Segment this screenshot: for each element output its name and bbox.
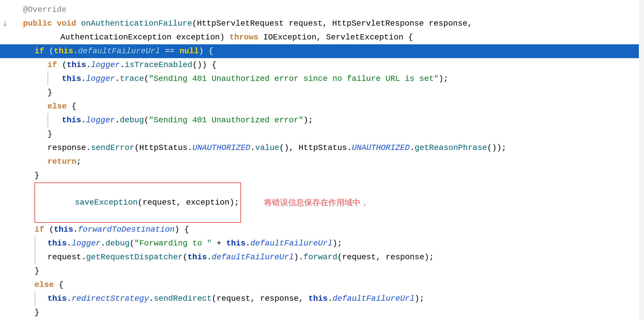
kw-null: null <box>179 45 199 58</box>
line-redirect-call: this.redirectStrategy.sendRedirect(reque… <box>0 292 644 306</box>
plus1: + <box>212 237 226 250</box>
field-dfurl2: defaultFailureUrl <box>250 237 333 250</box>
method-trace: isTraceEnabled <box>125 59 192 72</box>
comma4: , <box>176 198 186 207</box>
open-brace1: { <box>408 31 413 44</box>
type-req: HttpServletRequest <box>197 17 289 30</box>
req-var: request <box>47 251 81 264</box>
kw-this7: this <box>226 237 246 250</box>
p4: ( <box>134 142 139 155</box>
req-arg: request <box>143 198 177 207</box>
method-trace2: trace <box>120 73 144 85</box>
line-return: return; <box>0 155 644 169</box>
comma7: , <box>299 292 308 305</box>
paren: ) <box>220 31 230 44</box>
code-container: @Override ↓ public void onAuthentication… <box>0 0 644 320</box>
line-close2: } <box>0 127 644 141</box>
dot10: . <box>410 142 415 155</box>
dot14: . <box>246 237 250 250</box>
comma1: , <box>323 17 332 30</box>
p7: ) { <box>175 223 189 236</box>
kw-this9: this <box>47 292 67 305</box>
str1: "Sending 401 Unauthorized error since no… <box>149 73 439 85</box>
kw-void: void <box>57 17 81 30</box>
p3: ( <box>144 114 149 127</box>
plain1: ( <box>192 17 197 30</box>
p2: ( <box>144 73 149 85</box>
line-close4: } <box>0 264 644 278</box>
line-debug-call: this.logger.debug("Sending 401 Unauthori… <box>0 113 644 127</box>
exc-arg: exception <box>186 198 229 207</box>
p5: ( <box>138 198 143 207</box>
method-forward: forward <box>304 251 338 264</box>
semi6: ); <box>424 251 434 264</box>
line-trace-call: this.logger.trace("Sending 401 Unauthori… <box>0 72 644 86</box>
dot4: . <box>81 73 86 85</box>
line-else1: else { <box>0 100 644 113</box>
field-rs: redirectStrategy <box>72 292 149 305</box>
method-senderror: sendError <box>91 142 134 155</box>
param-exc: exception <box>176 31 220 44</box>
brace5: } <box>34 306 39 319</box>
field-dfurl4: defaultFailureUrl <box>332 292 415 305</box>
annotation-override: @Override <box>23 3 66 16</box>
kw-throws: throws <box>229 31 263 44</box>
method-value: value <box>255 142 279 155</box>
line-method-sig2: AuthenticationException exception) throw… <box>0 31 644 44</box>
vline1 <box>47 72 48 86</box>
field-logger: logger <box>91 59 120 72</box>
line-close1: } <box>0 86 644 100</box>
vline3 <box>34 237 35 250</box>
parens2: (), <box>279 142 299 155</box>
io-exc: IOException <box>263 31 317 44</box>
dot11: . <box>73 223 78 236</box>
method-debug2: debug <box>106 237 130 250</box>
kw-if2: if <box>47 59 62 72</box>
comma5: , <box>376 251 386 264</box>
comma6: , <box>250 292 260 305</box>
p9: ( <box>183 251 188 264</box>
param-req: request <box>289 17 323 30</box>
param-resp: response <box>429 17 467 30</box>
code-area: @Override ↓ public void onAuthentication… <box>0 0 644 320</box>
line-if-trace: if (this.logger.isTraceEnabled()) { <box>0 58 644 72</box>
method-debug: debug <box>120 114 144 127</box>
field-unauth2: UNAUTHORIZED <box>352 142 410 155</box>
line-if-forward: if (this.forwardToDestination) { <box>0 223 644 237</box>
paren-hl: ( <box>49 45 54 58</box>
p8: ( <box>130 237 135 250</box>
semi3: ; <box>76 155 81 168</box>
p12: ( <box>212 292 216 305</box>
kw-return: return <box>47 155 76 168</box>
method-grd: getRequestDispatcher <box>86 251 183 264</box>
kw-this8: this <box>187 251 207 264</box>
eq-null: == <box>160 45 179 58</box>
kw-this10: this <box>308 292 327 305</box>
dot3: . <box>120 59 125 72</box>
servlet-exc: ServletException <box>326 31 408 44</box>
resp-arg2: response <box>260 292 298 305</box>
kw-else1: else <box>47 100 72 113</box>
dot16: . <box>207 251 212 264</box>
p1: ( <box>62 59 67 72</box>
semi1: ); <box>439 73 448 85</box>
kw-else2: else <box>34 279 59 292</box>
scrollbar-track[interactable] <box>639 0 644 320</box>
p6: ( <box>49 223 54 236</box>
field-dfurl: defaultFailureUrl <box>78 45 160 58</box>
p11: ( <box>337 251 342 264</box>
line-forwarding-debug: this.logger.debug("Forwarding to " + thi… <box>0 237 644 250</box>
dot18: . <box>149 292 154 305</box>
vline4 <box>34 250 35 264</box>
line-override: @Override <box>0 3 644 17</box>
brace1: } <box>47 86 52 99</box>
method-save: saveException <box>75 198 137 207</box>
field-logger2: logger <box>86 73 115 85</box>
line-if-null: if (this.defaultFailureUrl == null) { <box>0 44 644 58</box>
type-resp: HttpServletResponse <box>332 17 429 30</box>
type-exc: AuthenticationException <box>60 31 176 44</box>
obrace2: { <box>59 279 64 292</box>
line-close3: } <box>0 169 644 182</box>
kw-this4: this <box>62 114 81 127</box>
httpstatus2: HttpStatus. <box>299 142 352 155</box>
